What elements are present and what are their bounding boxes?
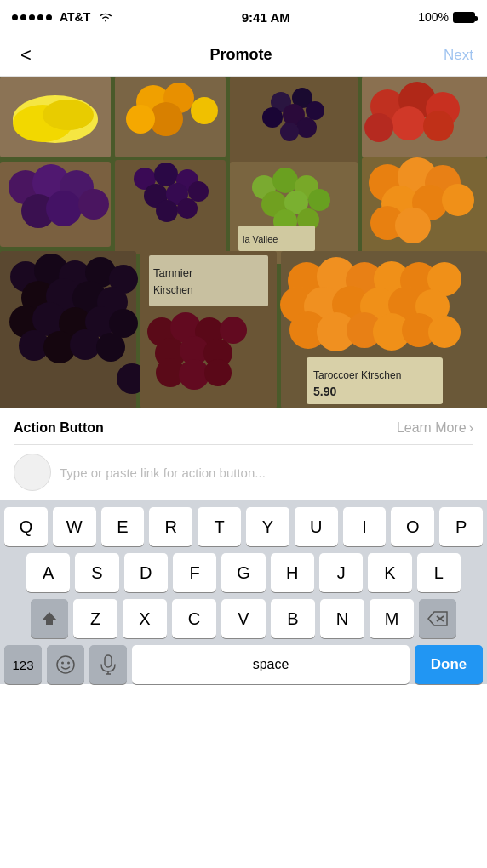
key-b[interactable]: B bbox=[271, 599, 315, 638]
fruit-market-image: la Vallee Tamnier bbox=[0, 77, 487, 408]
page-title: Promote bbox=[209, 46, 272, 64]
backspace-key[interactable] bbox=[419, 599, 456, 638]
svg-point-18 bbox=[280, 123, 299, 141]
key-e[interactable]: E bbox=[101, 507, 145, 546]
action-link-input[interactable] bbox=[60, 465, 473, 480]
keyboard-row-4: 123 space Done bbox=[3, 645, 484, 684]
key-k[interactable]: K bbox=[368, 553, 411, 592]
status-left: AT&T bbox=[12, 10, 113, 24]
svg-text:Tamnier: Tamnier bbox=[153, 266, 193, 279]
svg-point-16 bbox=[306, 101, 324, 120]
key-o[interactable]: O bbox=[391, 507, 434, 546]
svg-point-123 bbox=[67, 662, 70, 665]
key-d[interactable]: D bbox=[124, 553, 168, 592]
battery-icon bbox=[453, 12, 475, 23]
svg-text:la Vallee: la Vallee bbox=[243, 234, 278, 244]
svg-point-17 bbox=[296, 117, 317, 138]
key-j[interactable]: J bbox=[319, 553, 363, 592]
post-image: la Vallee Tamnier bbox=[0, 77, 487, 408]
keyboard: Q W E R T Y U I O P A S D F G H J K L Z … bbox=[0, 500, 487, 684]
key-u[interactable]: U bbox=[295, 507, 338, 546]
done-key[interactable]: Done bbox=[415, 645, 483, 684]
action-section: Action Button Learn More › bbox=[0, 408, 487, 500]
svg-point-41 bbox=[177, 198, 198, 219]
svg-text:5.90: 5.90 bbox=[313, 385, 336, 398]
key-q[interactable]: Q bbox=[4, 507, 48, 546]
action-divider bbox=[14, 444, 473, 445]
svg-point-4 bbox=[43, 100, 94, 130]
keyboard-row-3: Z X C V B N M bbox=[3, 599, 484, 638]
key-r[interactable]: R bbox=[149, 507, 192, 546]
status-bar: AT&T 9:41 AM 100% bbox=[0, 0, 487, 34]
key-l[interactable]: L bbox=[417, 553, 461, 592]
key-i[interactable]: I bbox=[343, 507, 387, 546]
status-right: 100% bbox=[418, 10, 475, 24]
nav-bar: < Promote Next bbox=[0, 34, 487, 77]
svg-marker-118 bbox=[42, 612, 57, 625]
key-h[interactable]: H bbox=[271, 553, 314, 592]
back-button[interactable]: < bbox=[14, 41, 38, 70]
svg-point-48 bbox=[308, 189, 330, 211]
svg-point-25 bbox=[423, 111, 454, 141]
svg-point-89 bbox=[220, 317, 247, 344]
key-s[interactable]: S bbox=[75, 553, 118, 592]
svg-text:Taroccoer Ktrschen: Taroccoer Ktrschen bbox=[313, 369, 401, 381]
action-value[interactable]: Learn More › bbox=[397, 420, 473, 436]
svg-point-32 bbox=[78, 189, 109, 220]
key-t[interactable]: T bbox=[198, 507, 241, 546]
key-v[interactable]: V bbox=[221, 599, 266, 638]
svg-point-9 bbox=[126, 105, 155, 134]
svg-point-95 bbox=[204, 359, 232, 386]
svg-point-114 bbox=[428, 316, 461, 348]
key-p[interactable]: P bbox=[439, 507, 483, 546]
svg-point-121 bbox=[57, 656, 74, 673]
signal-icon bbox=[12, 14, 52, 20]
action-row: Action Button Learn More › bbox=[14, 420, 473, 436]
battery-percent: 100% bbox=[418, 10, 449, 24]
svg-point-24 bbox=[364, 113, 393, 142]
key-m[interactable]: M bbox=[370, 599, 414, 638]
svg-point-44 bbox=[272, 168, 298, 193]
carrier-label: AT&T bbox=[60, 10, 90, 24]
svg-point-23 bbox=[392, 106, 426, 140]
numbers-key[interactable]: 123 bbox=[4, 645, 42, 684]
svg-point-80 bbox=[96, 333, 125, 362]
key-z[interactable]: Z bbox=[73, 599, 117, 638]
svg-point-61 bbox=[395, 208, 431, 243]
chevron-right-icon: › bbox=[469, 420, 473, 436]
key-f[interactable]: F bbox=[173, 553, 216, 592]
emoji-key[interactable] bbox=[47, 645, 84, 684]
svg-point-59 bbox=[442, 184, 474, 216]
svg-point-10 bbox=[191, 97, 218, 124]
key-x[interactable]: X bbox=[123, 599, 167, 638]
keyboard-row-2: A S D F G H J K L bbox=[3, 553, 484, 592]
key-y[interactable]: Y bbox=[246, 507, 289, 546]
svg-rect-83 bbox=[149, 255, 268, 306]
svg-rect-124 bbox=[105, 655, 112, 667]
svg-point-39 bbox=[188, 181, 209, 202]
key-a[interactable]: A bbox=[26, 553, 70, 592]
space-key[interactable]: space bbox=[132, 645, 410, 684]
microphone-key[interactable] bbox=[89, 645, 127, 684]
svg-text:Kirschen: Kirschen bbox=[153, 284, 193, 296]
key-n[interactable]: N bbox=[320, 599, 364, 638]
key-g[interactable]: G bbox=[221, 553, 265, 592]
input-row bbox=[14, 454, 473, 491]
shift-key[interactable] bbox=[31, 599, 68, 638]
time-display: 9:41 AM bbox=[242, 10, 290, 25]
svg-point-35 bbox=[154, 163, 178, 186]
microphone-bubble bbox=[14, 454, 51, 491]
keyboard-row-1: Q W E R T Y U I O P bbox=[3, 507, 484, 546]
key-c[interactable]: C bbox=[172, 599, 216, 638]
wifi-icon bbox=[98, 11, 113, 23]
svg-point-79 bbox=[70, 329, 100, 360]
action-button-label: Action Button bbox=[14, 420, 104, 436]
svg-point-40 bbox=[156, 200, 178, 222]
key-w[interactable]: W bbox=[53, 507, 96, 546]
svg-point-31 bbox=[46, 191, 82, 226]
action-value-text: Learn More bbox=[397, 420, 467, 436]
next-button[interactable]: Next bbox=[444, 47, 473, 64]
svg-point-122 bbox=[61, 662, 64, 665]
svg-point-15 bbox=[262, 107, 283, 128]
